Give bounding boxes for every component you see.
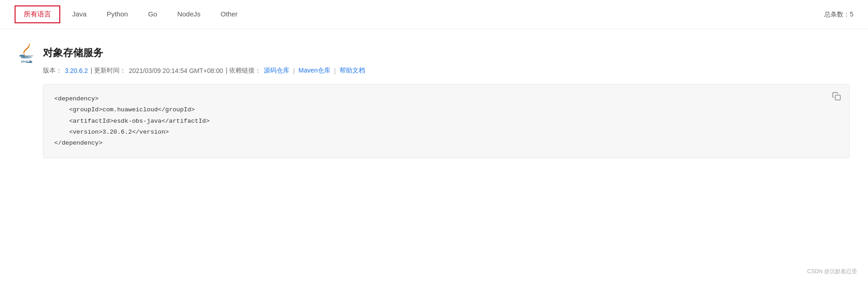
total-label: 总条数： <box>824 10 850 18</box>
tab-go[interactable]: Go <box>140 6 165 22</box>
header-bar: 所有语言 Java Python Go NodeJs Other 总条数：5 <box>0 0 868 29</box>
sdk-header: java 对象存储服务 <box>18 44 850 62</box>
tab-java[interactable]: Java <box>64 6 95 22</box>
total-count: 总条数：5 <box>824 10 853 19</box>
svg-rect-1 <box>836 95 841 100</box>
code-block: <dependency> <groupId>com.huaweicloud</g… <box>54 94 826 149</box>
tab-all[interactable]: 所有语言 <box>15 5 60 23</box>
dep-label: | 依赖链接： <box>226 67 261 75</box>
content-area: java 对象存储服务 版本： 3.20.6.2 | 更新时间： 2021/03… <box>0 29 868 177</box>
tab-python[interactable]: Python <box>99 6 136 22</box>
dep-link-source[interactable]: 源码仓库 <box>264 67 289 75</box>
dep-links: 源码仓库 | Maven仓库 | 帮助文档 <box>264 67 365 75</box>
tab-list: 所有语言 Java Python Go NodeJs Other <box>15 5 824 23</box>
svg-text:java: java <box>21 59 28 63</box>
total-count-value: 5 <box>850 10 853 18</box>
dep-link-maven[interactable]: Maven仓库 <box>298 67 330 75</box>
sdk-title: 对象存储服务 <box>43 46 103 60</box>
dep-separator-2: | <box>334 67 336 74</box>
copy-button[interactable] <box>830 90 843 103</box>
tab-nodejs[interactable]: NodeJs <box>169 6 209 22</box>
code-block-wrapper: <dependency> <groupId>com.huaweicloud</g… <box>43 84 850 158</box>
version-link[interactable]: 3.20.6.2 <box>65 67 88 74</box>
java-icon: java <box>18 44 37 62</box>
sdk-meta: 版本： 3.20.6.2 | 更新时间： 2021/03/09 20:14:54… <box>43 67 850 75</box>
update-label: | 更新时间： <box>91 67 126 75</box>
update-time: 2021/03/09 20:14:54 GMT+08:00 <box>129 67 223 74</box>
sdk-card: java 对象存储服务 版本： 3.20.6.2 | 更新时间： 2021/03… <box>18 44 850 158</box>
tab-other[interactable]: Other <box>212 6 246 22</box>
version-label: 版本： <box>43 67 62 75</box>
dep-link-help[interactable]: 帮助文档 <box>340 67 365 75</box>
dep-separator-1: | <box>293 67 295 74</box>
